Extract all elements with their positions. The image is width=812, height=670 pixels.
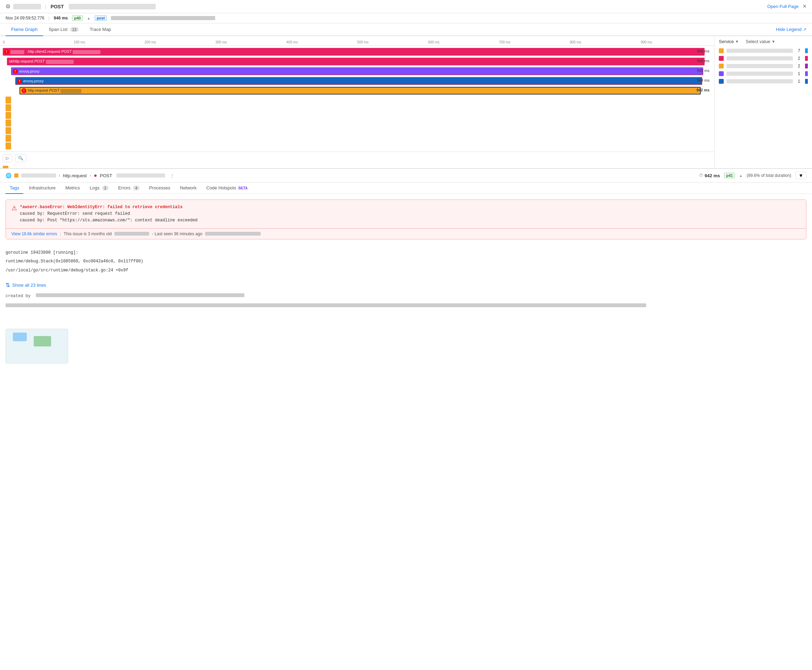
similar-errors-link[interactable]: View 18.6k similar errors: [12, 232, 57, 236]
tab-span-list[interactable]: Span List 13: [43, 23, 84, 36]
small-bar-2: [5, 104, 11, 111]
trace-bar-2[interactable]: okhttp.request POST 946 ms: [3, 57, 712, 66]
tab-metrics[interactable]: Metrics: [61, 183, 84, 194]
stack-line-2: runtime/debug.Stack(0x1085860, 0xc0042a4…: [5, 258, 807, 266]
controls-row: ▷ 🔍: [0, 152, 714, 164]
legend-bar-4: [805, 71, 808, 76]
timeline-ruler: 0 100 ms 200 ms 300 ms 400 ms 500 ms 600…: [0, 36, 714, 46]
bar-label-4: envoy.proxy: [23, 79, 44, 83]
trace-bar-5[interactable]: ! http.request POST 942 ms: [3, 86, 712, 95]
legend-select-value[interactable]: Select value ▼: [746, 39, 775, 44]
tab-infrastructure[interactable]: Infrastructure: [25, 183, 60, 194]
small-bar-7: [5, 142, 11, 149]
open-full-page-link[interactable]: Open Full Page: [767, 4, 798, 9]
legend-bar-2: [805, 56, 808, 61]
legend-color-5: [719, 79, 724, 84]
flame-graph-area: 0 100 ms 200 ms 300 ms 400 ms 500 ms 600…: [0, 36, 715, 168]
error-indicator-5: !: [22, 88, 26, 93]
show-all-lines-button[interactable]: ⇅ Show all 23 lines: [0, 280, 812, 291]
error-line-3: caused by: Post "https://sts.amazonaws.c…: [20, 217, 197, 224]
legend-item-4: 1: [719, 70, 808, 78]
span-service-dot: [14, 173, 19, 178]
ruler-mark-200: 200 ms: [145, 40, 215, 44]
error-panel: ⚠ *awserr.baseError: WebIdentityErr: fai…: [5, 200, 807, 239]
bar-duration-5: 942 ms: [697, 88, 709, 92]
ruler-mark-0: 0: [3, 40, 74, 44]
expand-button[interactable]: ▷: [3, 154, 12, 162]
created-by-blurred-inline: [36, 293, 244, 297]
last-seen-blurred: [205, 232, 261, 235]
tab-logs[interactable]: Logs 2: [85, 183, 113, 194]
bar-duration-2: 946 ms: [697, 59, 709, 63]
error-indicator-1: !: [4, 49, 9, 54]
hide-legend-button[interactable]: Hide Legend ↗: [776, 27, 807, 32]
triangle-icon-2: ▲: [739, 174, 742, 178]
close-button[interactable]: ×: [803, 3, 807, 10]
tab-flame-graph[interactable]: Flame Graph: [5, 23, 43, 36]
map-blue-area: [13, 333, 27, 341]
span-expand-button[interactable]: ▼: [795, 172, 807, 179]
zoom-button[interactable]: 🔍: [15, 154, 26, 162]
small-bar-5: [5, 127, 11, 134]
duration: 946 ms: [54, 16, 68, 20]
ruler-mark-300: 300 ms: [215, 40, 286, 44]
legend-name-3: [727, 64, 793, 68]
tab-tags[interactable]: Tags: [5, 183, 23, 194]
legend-name-4: [727, 71, 793, 76]
trace-bar-3[interactable]: ! envoy.proxy 945 ms: [3, 67, 712, 76]
bar-duration-4: 944 ms: [697, 78, 709, 82]
error-indicator-4: !: [17, 78, 22, 83]
map-green-area: [34, 336, 51, 347]
span-detail-right: ⏱ 942 ms p41 ▲ (99.6% of total duration)…: [699, 172, 807, 179]
small-bar-4: [5, 120, 11, 127]
error-indicator-3: !: [13, 69, 18, 74]
trace-bar-1[interactable]: ! .http.client2.request POST 946 ms: [3, 47, 712, 56]
tab-errors[interactable]: Errors 4: [114, 183, 144, 194]
small-bar-1: [5, 96, 11, 103]
select-arrow-icon: ▼: [772, 40, 775, 44]
warning-icon: ⚠: [12, 204, 17, 212]
timestamp: Nov 24 09:59:52.776: [5, 16, 44, 20]
error-line-1: *awserr.baseError: WebIdentityErr: faile…: [20, 204, 197, 211]
bottom-indicator: [0, 164, 714, 168]
tab-code-hotspots[interactable]: Code Hotspots BETA: [202, 183, 252, 194]
ruler-mark-900: 900 ms: [641, 40, 712, 44]
legend-color-3: [719, 64, 724, 68]
legend-header: Service ▼ Select value ▼: [719, 39, 808, 44]
legend-item-1: 7: [719, 47, 808, 54]
header-method: POST: [51, 4, 64, 9]
tab-processes[interactable]: Processes: [145, 183, 175, 194]
bar-label-5: http.request POST: [28, 88, 81, 93]
error-header: ⚠ *awserr.baseError: WebIdentityErr: fai…: [6, 200, 806, 228]
subheader: Nov 24 09:59:52.776 | 946 ms p40 ▲ post: [0, 13, 812, 23]
legend-count-2: 2: [798, 56, 800, 61]
issue-age: This issue is 3 months old: [64, 232, 112, 236]
method-badge: post: [95, 15, 107, 21]
stack-trace: goroutine 19423800 [running]: runtime/de…: [0, 245, 812, 280]
span-menu-icon[interactable]: ⋮: [170, 173, 175, 178]
legend-item-5: 1: [719, 78, 808, 85]
span-arrow2: ›: [90, 173, 91, 178]
bar-label-1: .http.client2.request POST: [10, 49, 100, 54]
trace-bars-container: ! .http.client2.request POST 946 ms okht…: [0, 46, 714, 152]
stack-line-1: goroutine 19423800 [running]:: [5, 249, 807, 257]
header-actions: Open Full Page ×: [767, 3, 807, 10]
legend-name-2: [727, 56, 793, 61]
trace-bar-4[interactable]: ! envoy.proxy 944 ms: [3, 76, 712, 86]
stack-line-3: /usr/local/go/src/runtime/debug/stack.go…: [5, 267, 807, 274]
error-line-2: caused by: RequestError: send request fa…: [20, 211, 197, 217]
subheader-url-blurred: [111, 16, 215, 20]
legend-service-dropdown[interactable]: Service ▼: [719, 39, 739, 44]
span-detail-row: 🌐 › http.request › ● POST ⋮ ⏱ 942 ms p41…: [0, 169, 812, 182]
tab-network[interactable]: Network: [176, 183, 201, 194]
legend-bar-5: [805, 79, 808, 84]
error-bold-text: *awserr.baseError: WebIdentityErr: faile…: [20, 205, 183, 210]
span-name-blurred: [21, 173, 56, 178]
legend-color-1: [719, 48, 724, 53]
main-tabs: Flame Graph Span List 13 Trace Map Hide …: [0, 23, 812, 36]
ruler-mark-800: 800 ms: [570, 40, 641, 44]
map-thumbnail: [5, 329, 68, 364]
dropdown-arrow-icon: ▼: [735, 40, 739, 44]
tab-trace-map[interactable]: Trace Map: [84, 23, 117, 36]
legend-color-2: [719, 56, 724, 61]
